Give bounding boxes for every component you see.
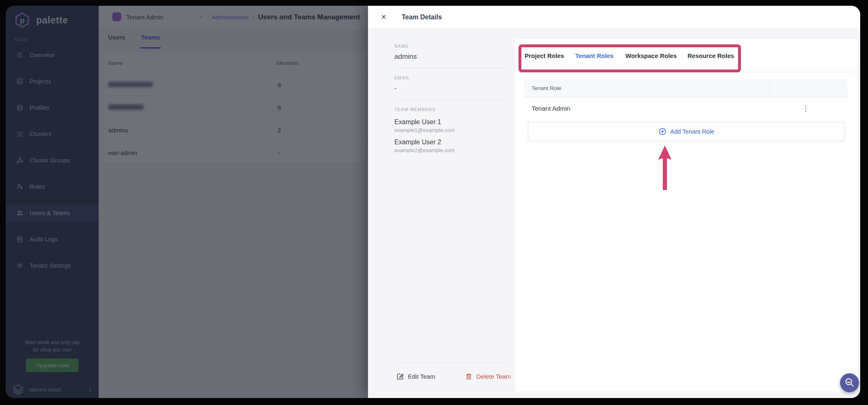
- email-field-label: EMAIL: [394, 75, 506, 80]
- kebab-menu-icon[interactable]: [800, 103, 811, 114]
- delete-team-label: Delete Team: [476, 373, 511, 380]
- divider: [394, 363, 506, 363]
- roles-tabs: Project Roles Tenant Roles Workspace Rol…: [515, 39, 857, 72]
- email-field-value: -: [394, 84, 506, 93]
- close-icon[interactable]: ✕: [378, 12, 389, 23]
- tab-tenant-roles[interactable]: Tenant Roles: [575, 39, 613, 72]
- divider: [394, 99, 506, 100]
- member-email: example2@example.com: [394, 147, 506, 153]
- app-window: p palette 4.5.10 Overview Projects: [6, 6, 860, 398]
- member-email: example1@example.com: [394, 127, 506, 133]
- active-tab-underline: [570, 70, 603, 72]
- feedback-search-widget-button[interactable]: [840, 373, 859, 392]
- role-name: Tenant Admin: [524, 105, 570, 112]
- pencil-icon: [397, 373, 404, 380]
- add-tenant-role-button[interactable]: Add Tenant Role: [528, 122, 845, 141]
- member-name: Example User 2: [394, 139, 506, 146]
- edit-team-label: Edit Team: [408, 373, 435, 380]
- team-member-item: Example User 2 example2@example.com: [394, 139, 506, 153]
- role-row: Tenant Admin: [524, 97, 847, 120]
- team-member-item: Example User 1 example1@example.com: [394, 118, 506, 133]
- roles-table-header: Tenant Role: [524, 79, 847, 97]
- tab-workspace-roles[interactable]: Workspace Roles: [625, 39, 677, 72]
- trash-icon: [465, 373, 472, 380]
- column-header-tenant-role: Tenant Role: [524, 85, 561, 91]
- column-divider: [770, 83, 770, 94]
- team-details-modal: ✕ Team Details NAME admins EMAIL - TEAM …: [368, 6, 860, 398]
- add-tenant-role-label: Add Tenant Role: [670, 128, 714, 135]
- modal-title: Team Details: [402, 6, 442, 29]
- divider: [394, 67, 506, 68]
- edit-team-button[interactable]: Edit Team: [394, 371, 437, 382]
- modal-footer: Edit Team Delete Team: [394, 371, 513, 382]
- team-members-label: TEAM MEMBERS: [394, 107, 506, 112]
- delete-team-button[interactable]: Delete Team: [463, 371, 513, 382]
- plus-circle-icon: [659, 128, 666, 135]
- magnifier-smile-icon: [843, 377, 856, 389]
- modal-header: ✕ Team Details: [368, 6, 860, 29]
- team-info-panel: NAME admins EMAIL - TEAM MEMBERS Example…: [394, 44, 506, 159]
- roles-panel: Project Roles Tenant Roles Workspace Rol…: [515, 39, 857, 391]
- name-field-value: admins: [394, 53, 506, 61]
- tab-resource-roles[interactable]: Resource Roles: [687, 39, 734, 72]
- member-name: Example User 1: [394, 118, 506, 126]
- tab-project-roles[interactable]: Project Roles: [525, 39, 564, 72]
- name-field-label: NAME: [394, 44, 506, 49]
- tenant-roles-table: Tenant Role Tenant Admin: [524, 79, 847, 120]
